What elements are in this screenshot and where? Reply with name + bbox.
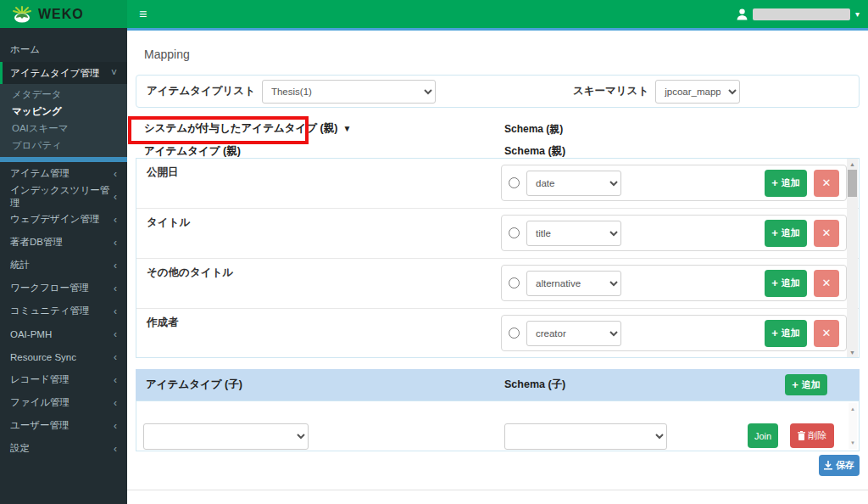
page-title: Mapping: [144, 48, 190, 61]
join-button[interactable]: Join: [748, 423, 778, 448]
footer-divider: [127, 490, 868, 490]
child-scrollbar[interactable]: ▲ ▼: [849, 403, 857, 449]
child-itemtype-select[interactable]: [143, 423, 309, 450]
row-label: 作成者: [147, 316, 179, 330]
add-mapping-button[interactable]: +追加: [765, 220, 807, 247]
sidebar-item-workflow-admin[interactable]: ワークフロー管理‹: [0, 277, 127, 300]
system-itemtype-toggle[interactable]: システムが付与したアイテムタイプ (親) ▼: [144, 121, 351, 136]
plus-icon: +: [771, 277, 778, 289]
sidebar-item-oai-schema[interactable]: OAIスキーマ: [0, 120, 127, 137]
child-itemtype-header: アイテムタイプ (子): [146, 378, 242, 392]
top-navbar: ≡ ▾: [127, 0, 868, 28]
chevron-left-icon: ‹: [114, 305, 117, 317]
sidebar-item-home[interactable]: ホーム: [0, 36, 127, 62]
chevron-left-icon: ‹: [114, 397, 117, 409]
schema-select[interactable]: alternative: [526, 271, 621, 296]
scroll-down-icon[interactable]: ▼: [849, 439, 857, 447]
main-content: Mapping アイテムタイプリスト Thesis(1) スキーマリスト jpc…: [127, 31, 868, 504]
chevron-left-icon: ‹: [114, 168, 117, 180]
chevron-left-icon: ‹: [114, 214, 117, 226]
add-mapping-button[interactable]: +追加: [765, 320, 807, 347]
sidebar-item-record-admin[interactable]: レコード管理‹: [0, 368, 127, 391]
chevron-left-icon: ‹: [114, 443, 117, 455]
chevron-left-icon: ‹: [114, 420, 117, 432]
scroll-up-icon[interactable]: ▲: [847, 159, 858, 169]
sidebar-item-metadata[interactable]: メタデータ: [0, 86, 127, 103]
close-icon: ✕: [822, 277, 832, 289]
sidebar-toggle-button[interactable]: ≡: [127, 0, 159, 28]
close-icon: ✕: [822, 227, 832, 239]
schema-radio[interactable]: [509, 277, 520, 288]
remove-mapping-button[interactable]: ✕: [814, 170, 839, 197]
sidebar-item-user-admin[interactable]: ユーザー管理‹: [0, 414, 127, 437]
schema-card: title +追加 ✕: [501, 215, 847, 251]
weko-logo-icon: [12, 6, 32, 23]
itemtype-list-label: アイテムタイプリスト: [147, 84, 255, 98]
itemtype-list-select[interactable]: Thesis(1): [262, 80, 436, 104]
schema-radio[interactable]: [509, 177, 520, 188]
username-redacted: [753, 8, 850, 20]
sidebar-item-file-admin[interactable]: ファイル管理‹: [0, 391, 127, 414]
chevron-left-icon: ‹: [114, 260, 117, 272]
remove-mapping-button[interactable]: ✕: [814, 320, 839, 347]
mapping-row-publish-date: 公開日 date +追加 ✕: [136, 159, 859, 209]
add-child-button[interactable]: +追加: [785, 374, 827, 395]
scroll-up-icon[interactable]: ▲: [849, 405, 857, 413]
caret-down-icon: ▾: [855, 9, 860, 19]
schema-select[interactable]: creator: [526, 321, 621, 346]
chevron-left-icon: ‹: [114, 237, 117, 249]
user-menu[interactable]: ▾: [737, 0, 860, 28]
schema-select[interactable]: title: [526, 221, 621, 246]
itemtype-submenu: メタデータ マッピング OAIスキーマ プロパティ: [0, 84, 127, 157]
list-selector-panel: アイテムタイプリスト Thesis(1) スキーマリスト jpcoar_mapp…: [136, 75, 860, 108]
sidebar-item-property[interactable]: プロパティ: [0, 137, 127, 154]
sidebar-item-statistics[interactable]: 統計‹: [0, 254, 127, 277]
remove-mapping-button[interactable]: ✕: [814, 270, 839, 297]
sidebar-item-settings[interactable]: 設定‹: [0, 437, 127, 460]
chevron-down-icon: ˅: [111, 67, 117, 79]
plus-icon: +: [771, 227, 778, 239]
sidebar-item-resource-sync[interactable]: Resource Sync‹: [0, 345, 127, 368]
child-schema-header: Schema (子): [504, 378, 565, 392]
delete-button[interactable]: 削除: [790, 423, 834, 448]
schema-radio[interactable]: [509, 328, 520, 339]
trash-icon: [798, 431, 805, 440]
add-mapping-button[interactable]: +追加: [765, 270, 807, 297]
row-label: その他のタイトル: [147, 266, 233, 280]
sidebar-item-community-admin[interactable]: コミュニティ管理‹: [0, 300, 127, 322]
remove-mapping-button[interactable]: ✕: [814, 220, 839, 247]
sidebar-item-web-design-admin[interactable]: ウェブデザイン管理‹: [0, 208, 127, 231]
sidebar: ホーム アイテムタイプ管理 ˅ メタデータ マッピング OAIスキーマ プロパテ…: [0, 28, 127, 504]
save-button[interactable]: 保存: [819, 455, 860, 476]
chevron-left-icon: ‹: [114, 351, 117, 363]
save-icon: [824, 461, 832, 470]
parent-itemtype-header: アイテムタイプ (親): [144, 144, 241, 159]
schema-select[interactable]: date: [526, 171, 621, 196]
schema-list-select[interactable]: jpcoar_mapping: [655, 80, 740, 104]
sidebar-item-mapping[interactable]: マッピング: [0, 103, 127, 120]
child-mapping-panel: Join 削除 ▲ ▼: [136, 400, 860, 451]
parent-mapping-panel: 公開日 date +追加 ✕ タイトル title +追加 ✕: [136, 158, 860, 358]
plus-icon: +: [792, 378, 798, 391]
scroll-down-icon[interactable]: ▼: [847, 347, 858, 357]
close-icon: ✕: [822, 327, 832, 339]
sidebar-item-item-admin[interactable]: アイテム管理‹: [0, 162, 127, 185]
chevron-left-icon: ‹: [114, 191, 117, 203]
chevron-left-icon: ‹: [114, 328, 117, 340]
weko-logo[interactable]: WEKO: [0, 0, 127, 28]
add-mapping-button[interactable]: +追加: [765, 170, 807, 197]
mapping-row-creator: 作成者 creator +追加 ✕: [136, 309, 859, 358]
child-schema-select[interactable]: [504, 423, 667, 450]
row-label: 公開日: [147, 165, 179, 180]
schema-radio[interactable]: [509, 227, 520, 238]
row-label: タイトル: [147, 216, 190, 230]
sidebar-item-index-tree-admin[interactable]: インデックスツリー管理‹: [0, 185, 127, 208]
sidebar-item-oai-pmh[interactable]: OAI-PMH‹: [0, 322, 127, 345]
scrollbar[interactable]: ▲ ▼: [847, 159, 858, 357]
schema-card: alternative +追加 ✕: [501, 265, 847, 301]
sidebar-section-itemtype-admin[interactable]: アイテムタイプ管理 ˅: [0, 62, 127, 84]
scrollbar-thumb[interactable]: [848, 170, 857, 197]
chevron-left-icon: ‹: [114, 374, 117, 386]
user-icon: [737, 8, 748, 20]
sidebar-item-author-db-admin[interactable]: 著者DB管理‹: [0, 231, 127, 254]
